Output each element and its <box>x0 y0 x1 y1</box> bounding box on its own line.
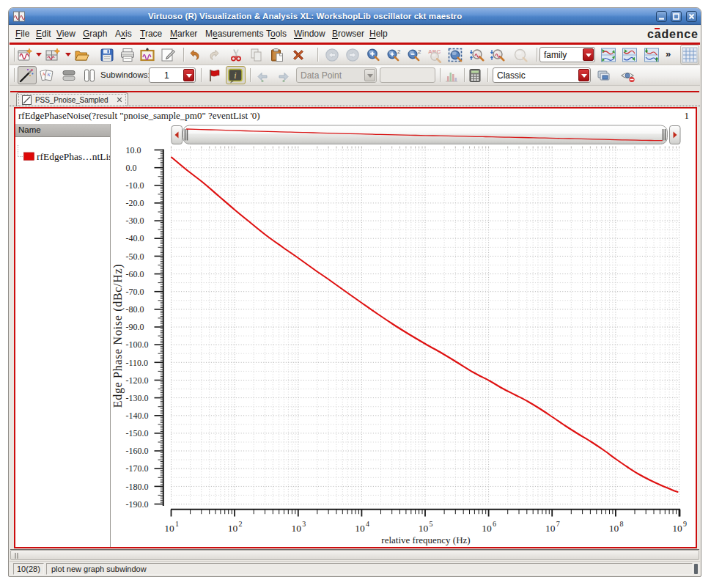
svg-text:10: 10 <box>228 523 238 534</box>
svg-text:10: 10 <box>545 523 556 534</box>
svg-text:10: 10 <box>419 523 429 534</box>
svg-text:-10.0: -10.0 <box>126 180 144 191</box>
svg-text:3: 3 <box>302 520 306 528</box>
svg-text:10: 10 <box>355 523 365 534</box>
svg-text:-140.0: -140.0 <box>126 411 149 421</box>
svg-text:-90.0: -90.0 <box>126 322 144 332</box>
svg-text:10: 10 <box>164 523 174 534</box>
svg-text:8: 8 <box>619 520 623 528</box>
svg-text:Edge Phase Noise (dBc/Hz): Edge Phase Noise (dBc/Hz) <box>111 264 125 408</box>
svg-text:4: 4 <box>366 520 369 528</box>
svg-text:i: i <box>234 70 236 81</box>
svg-text:rfEdgePhas…ntLis: rfEdgePhas…ntLis <box>37 151 110 162</box>
svg-text:10: 10 <box>482 523 492 534</box>
svg-text:10: 10 <box>672 523 682 534</box>
svg-text:6: 6 <box>493 520 496 528</box>
svg-text:relative frequency (Hz): relative frequency (Hz) <box>381 534 470 545</box>
svg-text:2: 2 <box>239 520 243 528</box>
svg-text:0.0: 0.0 <box>126 163 137 173</box>
svg-text:2: 2 <box>397 48 401 55</box>
svg-text:2: 2 <box>418 48 421 55</box>
svg-text:-50.0: -50.0 <box>126 251 144 262</box>
svg-text:-120.0: -120.0 <box>126 375 149 386</box>
svg-text:-100.0: -100.0 <box>126 339 149 350</box>
svg-text:10: 10 <box>291 523 301 534</box>
svg-text:10: 10 <box>609 523 619 534</box>
svg-text:-30.0: -30.0 <box>126 216 144 226</box>
svg-text:10.0: 10.0 <box>126 145 141 155</box>
svg-text:-180.0: -180.0 <box>126 482 149 492</box>
svg-text:-160.0: -160.0 <box>126 446 149 456</box>
svg-text:-190.0: -190.0 <box>126 499 149 510</box>
svg-text:-170.0: -170.0 <box>126 463 149 474</box>
svg-text:-70.0: -70.0 <box>126 287 144 297</box>
svg-text:-130.0: -130.0 <box>126 393 149 403</box>
svg-text:-20.0: -20.0 <box>126 198 144 208</box>
svg-text:1: 1 <box>175 520 179 528</box>
svg-text:9: 9 <box>683 520 687 528</box>
svg-text:-60.0: -60.0 <box>126 269 144 279</box>
svg-text:5: 5 <box>430 520 433 528</box>
svg-text:-110.0: -110.0 <box>126 358 149 368</box>
svg-text:-40.0: -40.0 <box>126 233 144 243</box>
svg-text:7: 7 <box>556 520 560 528</box>
svg-text:-80.0: -80.0 <box>126 304 144 315</box>
svg-text:-150.0: -150.0 <box>126 428 149 438</box>
